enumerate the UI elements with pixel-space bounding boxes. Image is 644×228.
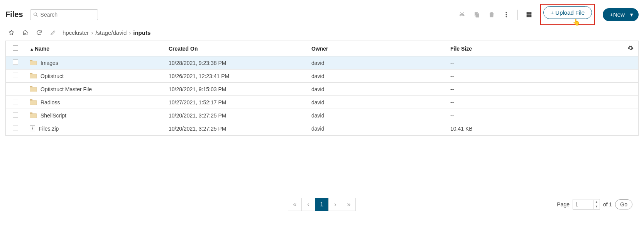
- table-row[interactable]: Optistruct10/26/2021, 12:23:41 PMdavid--: [6, 70, 638, 83]
- file-name: ShellScript: [41, 112, 66, 119]
- gear-cell: [623, 96, 638, 109]
- svg-point-2: [505, 14, 506, 15]
- page-spin-down-icon[interactable]: ▼: [593, 204, 600, 209]
- created-cell: 10/20/2021, 3:27:25 PM: [164, 122, 307, 136]
- folder-icon: [30, 112, 37, 118]
- plus-icon: +: [610, 11, 613, 18]
- plus-icon: +: [551, 9, 554, 16]
- pager-page-1-button[interactable]: 1: [315, 198, 329, 211]
- file-name: Optistruct Master File: [41, 86, 92, 92]
- svg-rect-7: [529, 15, 531, 17]
- row-checkbox[interactable]: [13, 60, 18, 65]
- pager-first-button[interactable]: «: [288, 198, 302, 211]
- table-row[interactable]: Radioss10/27/2021, 1:52:17 PMdavid--: [6, 96, 638, 109]
- created-cell: 10/28/2021, 9:15:03 PM: [164, 83, 307, 96]
- pager-last-button[interactable]: »: [342, 198, 356, 211]
- page-label: Page: [557, 201, 570, 208]
- upload-label: Upload File: [555, 9, 585, 16]
- created-cell: 10/27/2021, 1:52:17 PM: [164, 96, 307, 109]
- owner-cell: david: [307, 109, 446, 122]
- column-header-name[interactable]: ▲Name: [25, 41, 164, 56]
- separator: [517, 10, 518, 20]
- sort-ascending-icon: ▲: [30, 47, 34, 51]
- file-name: Radioss: [41, 99, 60, 105]
- row-checkbox[interactable]: [13, 73, 18, 78]
- upload-file-button[interactable]: +Upload File: [543, 6, 592, 19]
- select-all-checkbox[interactable]: [13, 45, 18, 51]
- column-settings-button[interactable]: [623, 41, 638, 56]
- svg-rect-17: [30, 114, 37, 118]
- svg-rect-11: [30, 74, 37, 79]
- search-field-wrap: [30, 9, 98, 20]
- svg-rect-9: [30, 61, 37, 66]
- breadcrumb-path[interactable]: /stage/david: [95, 29, 127, 36]
- cursor-icon: 👆: [573, 19, 580, 26]
- svg-rect-6: [527, 15, 529, 17]
- breadcrumb-root[interactable]: hpccluster: [63, 29, 89, 36]
- copy-icon[interactable]: [473, 11, 480, 18]
- column-name-label: Name: [35, 46, 49, 52]
- home-icon[interactable]: [22, 29, 29, 36]
- breadcrumb: hpccluster › /stage/david › inputs: [63, 29, 150, 36]
- row-checkbox[interactable]: [13, 112, 18, 117]
- column-header-created[interactable]: Created On: [164, 41, 307, 56]
- owner-cell: david: [307, 96, 446, 109]
- size-cell: --: [446, 96, 623, 109]
- column-header-size[interactable]: File Size: [446, 41, 623, 56]
- pager-prev-button[interactable]: ‹: [301, 198, 315, 211]
- star-icon[interactable]: [8, 29, 15, 36]
- svg-rect-15: [30, 100, 37, 105]
- row-checkbox[interactable]: [13, 126, 18, 131]
- file-name: Images: [41, 60, 58, 66]
- search-input[interactable]: [30, 9, 98, 20]
- grid-view-icon[interactable]: [526, 11, 532, 18]
- table-row[interactable]: Files.zip10/20/2021, 3:27:25 PMdavid10.4…: [6, 122, 638, 136]
- new-button[interactable]: +New ▾: [603, 8, 639, 21]
- owner-cell: david: [307, 56, 446, 70]
- gear-cell: [623, 109, 638, 122]
- table-row[interactable]: Optistruct Master File10/28/2021, 9:15:0…: [6, 83, 638, 96]
- pager-next-button[interactable]: ›: [328, 198, 342, 211]
- row-checkbox[interactable]: [13, 99, 18, 104]
- trash-icon[interactable]: [488, 11, 495, 18]
- page-total-label: of 1: [603, 201, 612, 208]
- chevron-right-icon: ›: [91, 29, 93, 36]
- created-cell: 10/20/2021, 3:27:25 PM: [164, 109, 307, 122]
- new-label: New: [613, 11, 625, 18]
- page-go-button[interactable]: Go: [615, 199, 632, 209]
- zip-file-icon: [30, 125, 35, 132]
- edit-icon[interactable]: [49, 29, 56, 36]
- row-checkbox[interactable]: [13, 86, 18, 91]
- breadcrumb-current: inputs: [133, 29, 150, 36]
- refresh-icon[interactable]: [35, 29, 42, 36]
- page-spin-up-icon[interactable]: ▲: [593, 200, 600, 204]
- folder-icon: [30, 73, 37, 79]
- upload-highlight-box: +Upload File 👆: [540, 4, 595, 25]
- folder-icon: [30, 60, 37, 66]
- page-title: Files: [5, 10, 23, 19]
- file-name: Files.zip: [39, 126, 59, 132]
- file-name: Optistruct: [41, 73, 64, 79]
- size-cell: --: [446, 70, 623, 83]
- folder-icon: [30, 86, 37, 92]
- chevron-right-icon: ›: [129, 29, 131, 36]
- gear-cell: [623, 56, 638, 70]
- size-cell: --: [446, 83, 623, 96]
- gear-cell: [623, 122, 638, 136]
- created-cell: 10/28/2021, 9:23:38 PM: [164, 56, 307, 70]
- size-cell: --: [446, 56, 623, 70]
- owner-cell: david: [307, 122, 446, 136]
- cut-icon[interactable]: [459, 11, 466, 18]
- table-row[interactable]: ShellScript10/20/2021, 3:27:25 PMdavid--: [6, 109, 638, 122]
- svg-rect-4: [527, 12, 529, 14]
- svg-point-1: [505, 12, 506, 13]
- column-header-owner[interactable]: Owner: [307, 41, 446, 56]
- more-vertical-icon[interactable]: [503, 11, 510, 18]
- svg-rect-13: [30, 87, 37, 92]
- page-number-input[interactable]: [573, 199, 593, 209]
- size-cell: 10.41 KB: [446, 122, 623, 136]
- table-row[interactable]: Images10/28/2021, 9:23:38 PMdavid--: [6, 56, 638, 70]
- files-table: ▲Name Created On Owner File Size Images1…: [6, 41, 638, 136]
- chevron-down-icon: ▾: [630, 11, 633, 18]
- owner-cell: david: [307, 83, 446, 96]
